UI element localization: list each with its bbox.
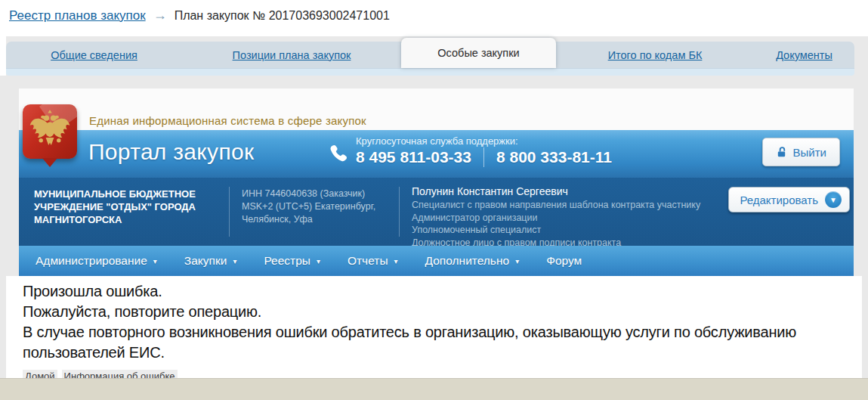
tab-general-info-label[interactable]: Общие сведения (51, 49, 137, 61)
nav-item-label: Дополнительно (425, 254, 510, 268)
footer-strip (0, 378, 868, 400)
organization-bar: МУНИЦИПАЛЬНОЕ БЮДЖЕТНОЕ УЧРЕЖДЕНИЕ "ОТДЫ… (19, 178, 854, 246)
support-phone-block: Круглосуточная служба поддержки: 8 495 8… (327, 135, 612, 167)
support-label: Круглосуточная служба поддержки: (356, 135, 612, 147)
edit-button-label: Редактировать (740, 194, 818, 206)
tabs-left-gutter (0, 36, 6, 76)
breadcrumb-arrow-icon: → (153, 8, 167, 23)
nav-item-label: Реестры (264, 254, 310, 268)
phone-divider (483, 147, 484, 167)
tab-general-info[interactable]: Общие сведения (6, 42, 182, 68)
main-nav: Администрирование ▾ Закупки ▾ Реестры ▾ … (19, 246, 854, 276)
breadcrumb-link-registry[interactable]: Реестр планов закупок (9, 8, 146, 23)
tab-bar-bottom-strip (6, 68, 854, 76)
nav-item-label: Администрирование (36, 254, 147, 268)
user-name: Полунин Константин Сергеевич (412, 185, 729, 197)
tab-bk-codes-total-label[interactable]: Итого по кодам БК (608, 49, 703, 61)
emblem-tail (42, 158, 57, 167)
edit-button[interactable]: Редактировать ▼ (728, 187, 850, 212)
logout-button-label: Выйти (793, 146, 826, 159)
nav-item-registries[interactable]: Реестры ▾ (264, 254, 320, 268)
tab-special-purchases[interactable]: Особые закупки (401, 38, 556, 68)
nav-item-purchases[interactable]: Закупки ▾ (184, 254, 237, 268)
organization-inn: ИНН 7446040638 (Заказчик) (242, 188, 393, 200)
chevron-down-icon: ▾ (233, 257, 236, 265)
header-white-strip: Единая информационная система в сфере за… (19, 88, 854, 130)
russia-coat-of-arms-logo (23, 104, 77, 169)
tab-bar: Общие сведения Позиции плана закупок Осо… (6, 42, 854, 76)
breadcrumb: Реестр планов закупок → План закупок № 2… (9, 8, 390, 23)
tab-documents[interactable]: Документы (754, 42, 854, 68)
unlock-icon (776, 147, 787, 158)
site-header: Единая информационная система в сфере за… (19, 88, 854, 276)
chevron-down-icon: ▾ (317, 257, 320, 265)
nav-item-administration[interactable]: Администрирование ▾ (36, 254, 157, 268)
tab-plan-positions[interactable]: Позиции плана закупок (182, 42, 401, 68)
breadcrumb-current: План закупок № 201703693002471001 (175, 9, 390, 23)
error-message-line1: Произошла ошибка. (23, 281, 850, 302)
header-blue-band: Портал закупок Круглосуточная служба под… (19, 130, 854, 178)
chevron-down-icon: ▾ (153, 257, 157, 265)
nav-item-label: Закупки (184, 254, 227, 268)
error-content-area: Произошла ошибка. Пожалуйста, повторите … (6, 276, 862, 378)
phone-icon (327, 143, 348, 164)
chevron-down-icon: ▼ (825, 191, 842, 208)
nav-item-forum[interactable]: Форум (546, 254, 582, 268)
double-headed-eagle-icon (28, 109, 72, 153)
user-role: Уполномоченный специалист (412, 224, 729, 237)
chevron-down-icon: ▾ (394, 257, 398, 265)
error-message-line2: Пожалуйста, повторите операцию. (23, 302, 850, 322)
support-phone-federal: 8 800 333-81-11 (496, 148, 612, 166)
nav-item-additional[interactable]: Дополнительно ▾ (425, 254, 520, 268)
error-message-line3: В случае повторного возникновения ошибки… (23, 322, 850, 363)
tab-special-purchases-label: Особые закупки (437, 47, 519, 59)
nav-item-label: Отчеты (348, 254, 388, 268)
tab-documents-label[interactable]: Документы (776, 49, 832, 61)
nav-item-reports[interactable]: Отчеты ▾ (348, 254, 398, 268)
support-phone-msk: 8 495 811-03-33 (356, 148, 471, 166)
tab-plan-positions-label[interactable]: Позиции плана закупок (233, 49, 351, 61)
org-bar-divider (229, 187, 230, 237)
user-info-block: Полунин Константин Сергеевич Специалист … (412, 185, 729, 249)
org-bar-divider (399, 187, 400, 237)
organization-timezone: MSK+2 (UTC+5) Екатеринбург, Челябинск, У… (242, 200, 393, 226)
organization-meta: ИНН 7446040638 (Заказчик) MSK+2 (UTC+5) … (242, 188, 393, 226)
chevron-down-icon: ▾ (515, 257, 519, 265)
eis-tagline: Единая информационная система в сфере за… (89, 114, 366, 127)
logout-button[interactable]: Выйти (762, 138, 840, 166)
nav-item-label: Форум (546, 254, 582, 268)
portal-title: Портал закупок (88, 139, 254, 165)
user-role: Специалист с правом направления шаблона … (412, 199, 729, 212)
organization-name: МУНИЦИПАЛЬНОЕ БЮДЖЕТНОЕ УЧРЕЖДЕНИЕ "ОТДЫ… (34, 188, 229, 226)
user-role: Администратор организации (412, 212, 729, 225)
tab-bk-codes-total[interactable]: Итого по кодам БК (556, 42, 754, 68)
